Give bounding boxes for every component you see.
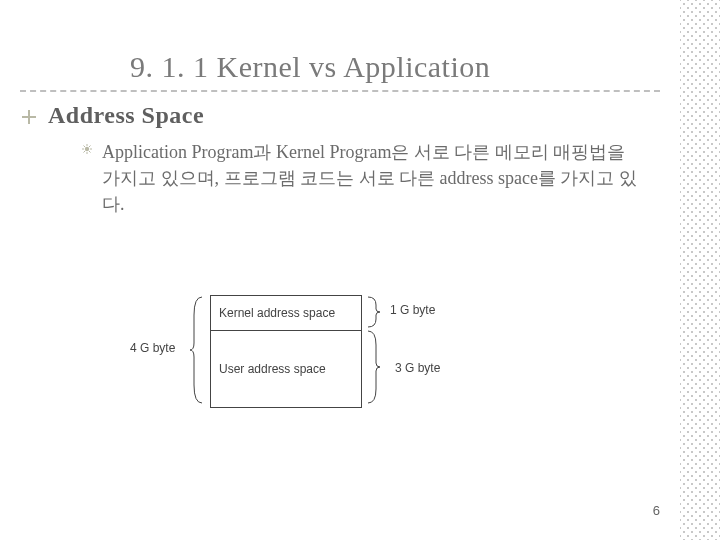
page-number: 6 — [653, 503, 660, 518]
plus-bullet-icon — [22, 110, 36, 124]
label-total: 4 G byte — [130, 341, 175, 355]
title-divider — [20, 90, 660, 92]
body-paragraph: Application Program과 Kernel Program은 서로 … — [102, 139, 642, 217]
svg-line-6 — [89, 151, 91, 153]
bullet-level-1: Address Space — [20, 102, 660, 129]
address-space-diagram: Kernel address space User address space … — [130, 295, 630, 465]
decorative-side-pattern — [680, 0, 720, 540]
svg-line-5 — [84, 146, 86, 148]
sun-bullet-icon — [82, 144, 92, 154]
memory-box: Kernel address space User address space — [210, 295, 362, 408]
label-user: 3 G byte — [395, 361, 440, 375]
svg-line-8 — [84, 151, 86, 153]
brace-user-icon — [366, 329, 380, 405]
brace-total-icon — [190, 295, 204, 405]
brace-kernel-icon — [366, 295, 380, 329]
user-space-cell: User address space — [211, 331, 361, 407]
section-heading: Address Space — [48, 102, 204, 129]
kernel-space-cell: Kernel address space — [211, 296, 361, 331]
slide-content: 9. 1. 1 Kernel vs Application Address Sp… — [20, 50, 660, 217]
label-kernel: 1 G byte — [390, 303, 435, 317]
bullet-level-2: Application Program과 Kernel Program은 서로 … — [82, 139, 660, 217]
svg-point-0 — [85, 147, 89, 151]
slide-title: 9. 1. 1 Kernel vs Application — [130, 50, 660, 84]
svg-line-7 — [89, 146, 91, 148]
